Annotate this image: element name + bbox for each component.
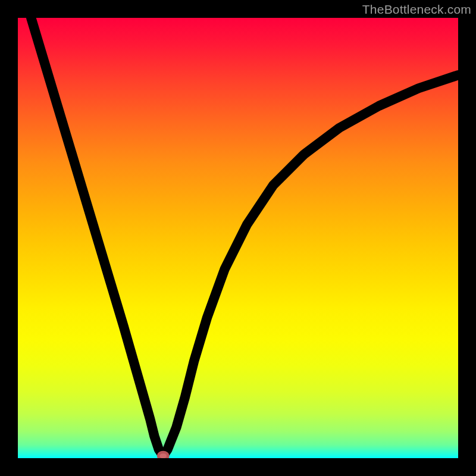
chart-frame: TheBottleneck.com — [0, 0, 476, 476]
watermark-text: TheBottleneck.com — [362, 2, 471, 17]
plot-background-gradient — [18, 18, 458, 458]
